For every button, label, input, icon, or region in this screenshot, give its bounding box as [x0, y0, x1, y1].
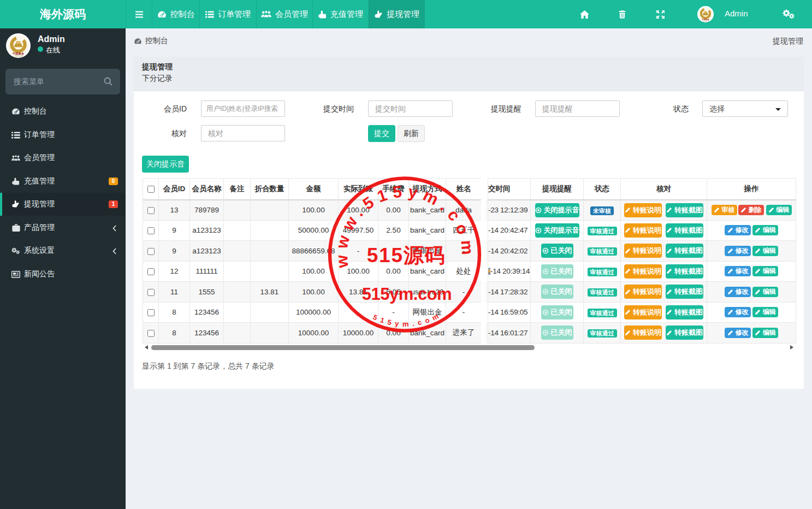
svg-text:China Gold: China Gold — [14, 55, 22, 57]
svg-text:China Gold: China Gold — [703, 21, 708, 22]
svg-text:515ym.com: 515ym.com — [362, 285, 452, 304]
svg-text:515源码: 515源码 — [367, 244, 446, 267]
